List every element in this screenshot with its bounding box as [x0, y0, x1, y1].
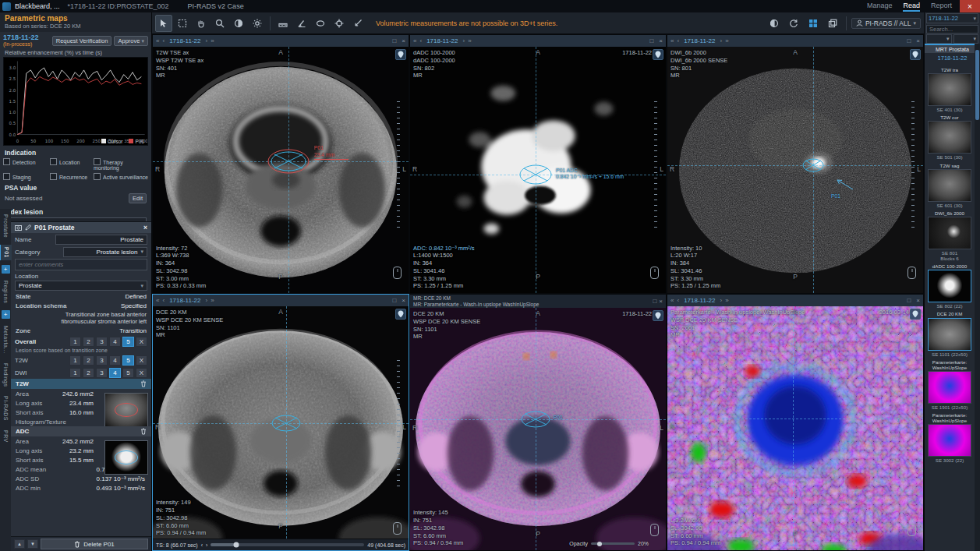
pin-series-icon[interactable]	[653, 310, 663, 321]
lesion-name-input[interactable]	[55, 235, 147, 245]
viewport-image-area[interactable]: DCE 20 KMWSP DCE 20 KM SENSE SN: 1101MR …	[153, 306, 409, 550]
move-up-button[interactable]: ▲	[14, 539, 25, 549]
overall-score-2[interactable]: 2	[83, 337, 94, 347]
tab-p01[interactable]: P01	[0, 245, 12, 260]
maximize-viewport-icon[interactable]: □	[907, 37, 911, 44]
nav-manage[interactable]: Manage	[867, 2, 893, 12]
series-thumbnail[interactable]	[928, 371, 971, 404]
pointer-tool-icon[interactable]	[155, 15, 172, 32]
lesion-marker[interactable]	[271, 414, 302, 433]
close-viewport-icon[interactable]: ×	[402, 297, 405, 304]
t2w-score-1[interactable]: 1	[69, 355, 81, 366]
prev-slice-button[interactable]: ‹	[162, 297, 165, 304]
last-slice-button[interactable]: »	[725, 37, 728, 44]
pin-series-icon[interactable]	[910, 49, 921, 60]
series-item[interactable]: dADC 100-2000 SE 802 (22)	[926, 263, 973, 309]
parameter-map-image[interactable]	[667, 306, 923, 550]
length-measure-icon[interactable]	[274, 15, 292, 32]
maximize-viewport-icon[interactable]: □	[907, 297, 911, 304]
opacity-slider[interactable]	[591, 542, 635, 545]
tab-findings[interactable]: Findings	[0, 361, 11, 389]
prev-timepoint-button[interactable]: ‹	[201, 542, 203, 548]
prev-slice-button[interactable]: ‹	[677, 37, 679, 44]
viewport-image-area[interactable]: P01 ADC 0.842 10⁻³ mm²/s + 15.6 mm dADC …	[410, 47, 666, 293]
trash-icon[interactable]	[140, 380, 147, 387]
dwi-score-x[interactable]: X	[136, 368, 147, 378]
t2w-score-5[interactable]: 5	[122, 355, 134, 366]
move-down-button[interactable]: ▼	[27, 539, 38, 549]
series-scrollbar[interactable]	[975, 44, 980, 551]
overall-score-1[interactable]: 1	[69, 337, 81, 347]
crosshair-horizontal[interactable]	[667, 419, 923, 419]
lesion-marker[interactable]	[520, 410, 551, 429]
tab-regions[interactable]: Regions	[0, 278, 11, 306]
overall-score-3[interactable]: 3	[96, 337, 108, 347]
viewport-dce[interactable]: «‹ 1718-11-22 ›» □×	[152, 294, 409, 551]
angle-measure-icon[interactable]	[293, 15, 310, 32]
location-select[interactable]: Prostate▾	[15, 281, 147, 291]
delete-lesion-button[interactable]: Delete P01	[41, 539, 148, 549]
viewport-adc[interactable]: «‹ 1718-11-22 ›» □× P01 ADC 0.842 10	[409, 34, 667, 294]
series-filter-select-2[interactable]: ▾	[953, 34, 979, 44]
next-slice-button[interactable]: ›	[205, 297, 207, 304]
series-item[interactable]: Parameterkarte: WashInUpSlope SE 3002 (2…	[926, 412, 973, 463]
viewport-fusion[interactable]: MR: DCE 20 KM MR: Parameterkarte - Wash-…	[409, 294, 667, 551]
close-app-button[interactable]: ×	[960, 0, 980, 12]
add-region-button[interactable]: +	[2, 310, 10, 319]
marquee-select-icon[interactable]	[174, 15, 191, 32]
series-thumbnail[interactable]	[928, 318, 971, 351]
nav-report[interactable]: Report	[931, 2, 952, 12]
series-thumbnail[interactable]	[928, 169, 971, 202]
last-slice-button[interactable]: »	[725, 297, 728, 304]
checkbox-icon[interactable]	[50, 158, 57, 165]
tab-metastases[interactable]: Metasta...	[0, 323, 11, 356]
series-item[interactable]: DCE 20 KM SE 1101 (22x50)	[926, 311, 973, 356]
viewport-image-area[interactable]: Parameterkarte - Wash-In upslope_WashInU…	[667, 306, 923, 550]
study-tab[interactable]: MRT Prostata	[925, 44, 980, 53]
dwi-score-4[interactable]: 4	[109, 368, 121, 378]
first-slice-button[interactable]: «	[670, 297, 674, 304]
viewport-image-area[interactable]: P01 DCE 20 KMWSP DCE 20 KM SENSE SN: 110…	[410, 308, 666, 550]
dwi-score-3[interactable]: 3	[96, 368, 108, 378]
prev-slice-button[interactable]: ‹	[419, 37, 422, 44]
indication-recurrence[interactable]: Recurrence	[50, 173, 94, 180]
indication-staging[interactable]: Staging	[3, 173, 50, 180]
lesion-marker[interactable]	[518, 164, 553, 185]
indication-therapy-monitoring[interactable]: Therapy monitoring	[94, 158, 148, 171]
layout-grid-icon[interactable]	[805, 15, 822, 32]
maximize-viewport-icon[interactable]: □	[653, 298, 656, 305]
maximize-viewport-icon[interactable]: □	[392, 37, 396, 44]
ellipse-roi-icon[interactable]	[312, 15, 329, 32]
maximize-viewport-icon[interactable]: □	[649, 37, 653, 44]
close-viewport-icon[interactable]: ×	[659, 37, 663, 44]
series-item[interactable]: T2W sag SE 601 (30)	[926, 163, 973, 208]
search-input[interactable]	[926, 25, 978, 34]
pin-series-icon[interactable]	[653, 49, 663, 60]
scrollbar-thumb[interactable]	[975, 50, 979, 120]
psa-edit-button[interactable]: Edit	[129, 193, 147, 203]
t2w-score-2[interactable]: 2	[83, 355, 94, 366]
lesion-marker[interactable]	[801, 157, 825, 173]
next-slice-button[interactable]: ›	[205, 37, 207, 44]
checkbox-icon[interactable]	[94, 173, 101, 180]
indication-location[interactable]: Location	[50, 158, 94, 171]
series-thumbnail[interactable]	[928, 121, 971, 154]
crosshair-vertical[interactable]	[536, 308, 536, 550]
checkbox-icon[interactable]	[94, 158, 101, 165]
pan-hand-icon[interactable]	[193, 15, 210, 32]
comments-input[interactable]	[15, 259, 147, 270]
series-item[interactable]: DWI_6b 2000 SE 801 Blocks 6	[926, 210, 973, 261]
close-viewport-icon[interactable]: ×	[916, 297, 920, 304]
t2w-section-header[interactable]: T2W	[11, 379, 151, 389]
next-slice-button[interactable]: ›	[462, 37, 465, 44]
trash-icon[interactable]	[140, 428, 147, 435]
next-timepoint-button[interactable]: ›	[206, 542, 207, 548]
close-viewport-icon[interactable]: ×	[402, 37, 405, 44]
prev-slice-button[interactable]: ‹	[677, 297, 679, 304]
lesion-annotation[interactable]: P01 ADC 0.842 10⁻³ mm²/s + 15.6 mm	[556, 168, 624, 181]
adc-roi-thumbnail[interactable]	[104, 440, 148, 475]
pin-series-icon[interactable]	[395, 49, 406, 60]
indication-active-surveillance[interactable]: Active surveillance	[94, 173, 148, 180]
series-thumbnail[interactable]	[928, 217, 971, 249]
lesion-annotation[interactable]: P01	[554, 415, 563, 421]
